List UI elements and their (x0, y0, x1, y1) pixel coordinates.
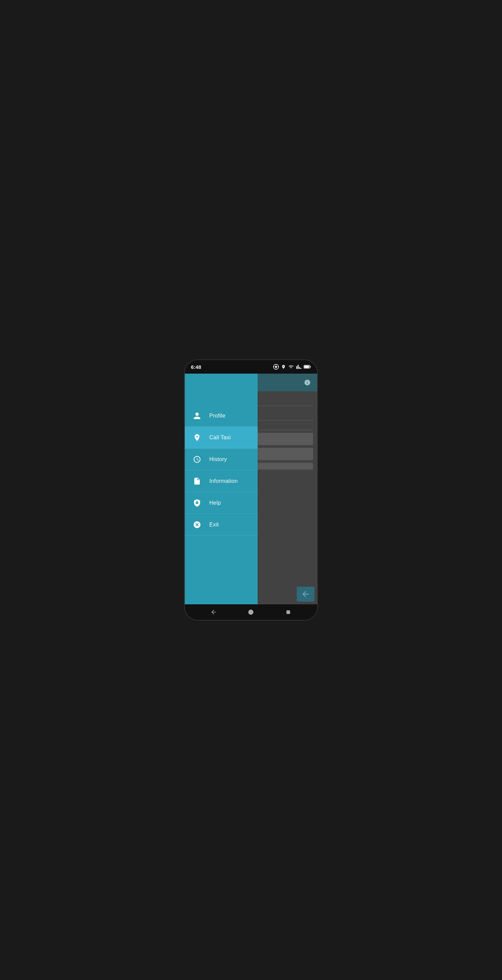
svg-text:?: ? (196, 500, 198, 503)
sidebar-item-history[interactable]: History (185, 449, 258, 470)
svg-rect-4 (310, 366, 311, 368)
status-icons (273, 364, 311, 370)
document-icon (191, 476, 202, 487)
status-time: 6:48 (191, 364, 201, 370)
bottom-nav (185, 605, 317, 620)
svg-rect-3 (304, 366, 309, 368)
location-pin-icon (191, 432, 202, 443)
info-button[interactable] (302, 377, 312, 388)
svg-point-1 (275, 366, 277, 368)
clock-icon (191, 454, 202, 465)
drawer-spacer (185, 391, 258, 405)
drawer-header (185, 374, 258, 391)
sidebar-item-call-taxi[interactable]: Call Taxi (185, 427, 258, 449)
sidebar-item-exit-label: Exit (209, 522, 219, 528)
notch (234, 360, 268, 363)
svg-point-6 (249, 610, 253, 615)
sidebar-item-help[interactable]: ? Help (185, 492, 258, 514)
signal-icon (296, 364, 301, 369)
phone-frame: 6:48 (184, 360, 318, 620)
close-circle-icon (191, 519, 202, 530)
drawer-items: Profile Call Taxi History (185, 405, 258, 605)
svg-rect-7 (287, 611, 290, 614)
back-arrow-button[interactable] (297, 587, 314, 601)
shield-question-icon: ? (191, 498, 202, 508)
sidebar-item-information-label: Information (209, 478, 237, 484)
sidebar-item-exit[interactable]: Exit (185, 514, 258, 536)
wifi-icon (288, 364, 294, 369)
app-content: aterinis aterini ni ut 4 mins Now erence… (185, 374, 317, 605)
sidebar-item-profile-label: Profile (209, 413, 225, 419)
home-nav-button[interactable] (245, 606, 257, 618)
sidebar-item-information[interactable]: Information (185, 470, 258, 492)
sidebar-item-help-label: Help (209, 500, 221, 506)
back-nav-button[interactable] (207, 606, 220, 618)
person-icon (191, 410, 202, 421)
nav-drawer: Profile Call Taxi History (185, 374, 258, 605)
sidebar-item-history-label: History (209, 456, 227, 463)
sidebar-item-call-taxi-label: Call Taxi (209, 434, 231, 441)
battery-icon (304, 365, 311, 369)
recent-nav-button[interactable] (282, 606, 295, 618)
sidebar-item-profile[interactable]: Profile (185, 405, 258, 427)
location-status-icon (281, 364, 286, 370)
notification-icon (273, 364, 279, 370)
